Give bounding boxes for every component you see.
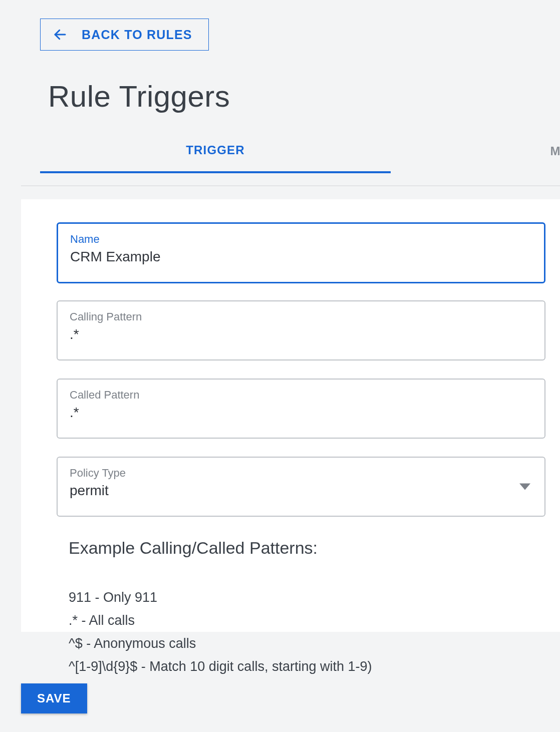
chevron-down-icon [519,484,530,490]
example-line: ^[1-9]\d{9}$ - Match 10 digit calls, sta… [69,655,372,678]
called-pattern-label: Called Pattern [70,389,139,402]
name-field[interactable]: Name [57,222,545,283]
tab-bar: TRIGGER MOD [40,129,560,173]
policy-type-value: permit [70,483,109,499]
example-line: 911 - Only 911 [69,586,372,609]
name-label: Name [70,233,100,246]
calling-pattern-label: Calling Pattern [70,310,142,323]
calling-pattern-input[interactable] [70,326,532,342]
example-line: .* - All calls [69,609,372,632]
calling-pattern-field[interactable]: Calling Pattern [57,300,545,360]
called-pattern-field[interactable]: Called Pattern [57,379,545,439]
tab-trigger[interactable]: TRIGGER [40,129,391,173]
examples-heading: Example Calling/Called Patterns: [69,538,318,558]
arrow-left-icon [53,27,68,42]
called-pattern-input[interactable] [70,405,532,421]
policy-type-select[interactable]: Policy Type permit [57,457,545,517]
back-button-label: BACK TO RULES [82,28,192,42]
page-title: Rule Triggers [48,79,230,114]
policy-type-label: Policy Type [70,467,126,480]
tab-mod[interactable]: MOD [450,129,560,173]
save-button[interactable]: SAVE [21,683,87,713]
back-to-rules-button[interactable]: BACK TO RULES [40,19,209,51]
examples-list: 911 - Only 911 .* - All calls ^$ - Anony… [69,586,372,678]
name-input[interactable] [70,249,532,265]
rule-triggers-page: BACK TO RULES Rule Triggers TRIGGER MOD … [0,0,560,732]
tab-divider [21,185,560,186]
example-line: ^$ - Anonymous calls [69,632,372,655]
